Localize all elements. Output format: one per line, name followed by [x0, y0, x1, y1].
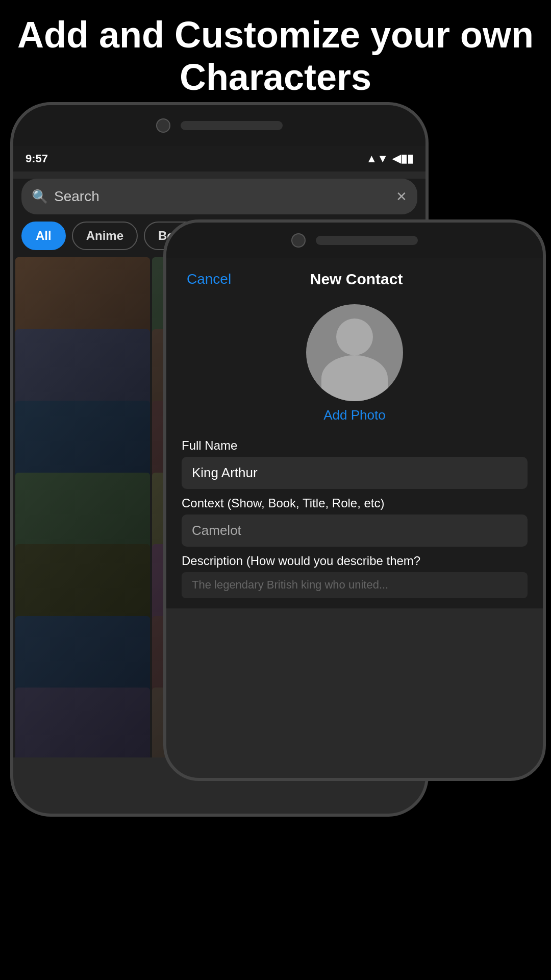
- clear-icon[interactable]: ✕: [396, 189, 407, 205]
- dialog-camera-bar: [166, 223, 543, 258]
- dialog-header: Cancel New Contact: [166, 258, 543, 296]
- search-icon: 🔍: [32, 189, 48, 205]
- camera-dot: [156, 118, 170, 133]
- status-time: 9:57: [26, 152, 48, 165]
- signal-icon: ◀▮▮: [392, 152, 413, 165]
- form-section: Full Name Context (Show, Book, Title, Ro…: [166, 431, 543, 598]
- description-label: Description (How would you describe them…: [182, 547, 528, 572]
- description-preview[interactable]: The legendary British king who united...: [182, 572, 528, 598]
- grid-cell[interactable]: [15, 688, 150, 757]
- wifi-icon: ▲▼: [366, 152, 388, 165]
- sil-body: [321, 355, 388, 401]
- dialog-phone: Cancel New Contact Add Photo Full Name C…: [163, 219, 546, 781]
- dialog-camera-dot: [291, 233, 306, 248]
- cancel-button[interactable]: Cancel: [187, 271, 231, 287]
- search-bar[interactable]: 🔍 ✕: [21, 179, 417, 214]
- avatar-area: Add Photo: [166, 296, 543, 431]
- context-input[interactable]: [182, 514, 528, 547]
- avatar[interactable]: [306, 304, 403, 401]
- banner-title: Add and Customize your own Characters: [0, 14, 551, 99]
- add-photo-button[interactable]: Add Photo: [323, 407, 385, 423]
- phone-camera-bar: [13, 105, 425, 146]
- chip-all[interactable]: All: [21, 222, 66, 250]
- dialog-speaker-bar: [316, 236, 418, 245]
- speaker-bar: [181, 121, 283, 130]
- status-icons: ▲▼ ◀▮▮: [366, 152, 413, 165]
- dialog-screen: Cancel New Contact Add Photo Full Name C…: [166, 258, 543, 608]
- top-banner: Add and Customize your own Characters: [0, 0, 551, 112]
- search-input[interactable]: [54, 188, 390, 205]
- status-bar: 9:57 ▲▼ ◀▮▮: [13, 146, 425, 172]
- dialog-title: New Contact: [310, 271, 403, 288]
- chip-anime[interactable]: Anime: [72, 222, 138, 250]
- full-name-label: Full Name: [182, 431, 528, 457]
- sil-head: [336, 318, 373, 355]
- avatar-silhouette: [306, 304, 403, 401]
- full-name-input[interactable]: [182, 457, 528, 489]
- context-label: Context (Show, Book, Title, Role, etc): [182, 489, 528, 514]
